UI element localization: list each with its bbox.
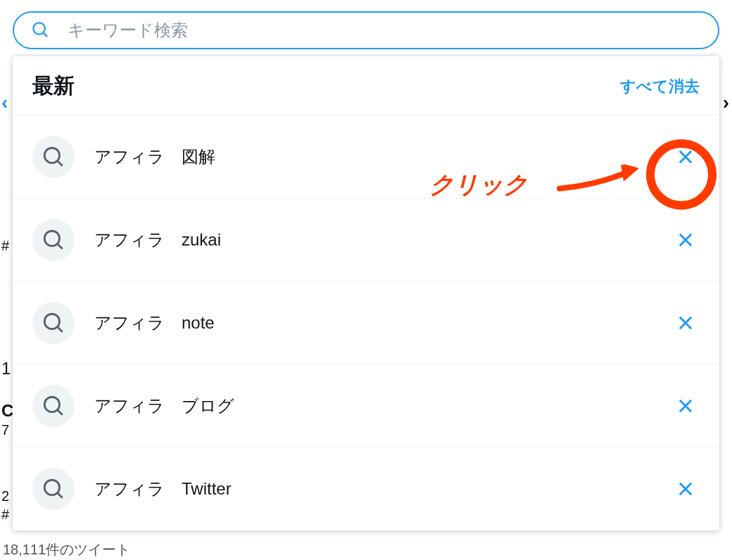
close-icon [676, 396, 695, 416]
history-item-label: アフィラ ブログ [94, 395, 671, 417]
search-bar[interactable] [13, 11, 719, 49]
svg-line-19 [58, 493, 63, 498]
svg-line-1 [44, 33, 48, 37]
bg-text-2: 2 [1, 488, 9, 504]
svg-point-6 [44, 231, 59, 246]
close-icon [676, 313, 695, 333]
history-item[interactable]: アフィラ ブログ [13, 364, 719, 447]
search-badge-icon [32, 219, 75, 261]
svg-point-2 [44, 148, 59, 163]
remove-history-button[interactable] [671, 392, 700, 420]
edge-glyph-right: › [723, 91, 729, 114]
close-icon [676, 230, 695, 250]
close-icon [676, 147, 695, 167]
bg-text-c: C [1, 401, 13, 421]
bg-text-hash: # [1, 238, 9, 254]
history-item[interactable]: アフィラ Twitter [13, 447, 719, 530]
history-item-label: アフィラ note [94, 312, 671, 334]
history-item-label: アフィラ Twitter [94, 478, 671, 500]
search-badge-icon [32, 136, 75, 178]
clear-all-button[interactable]: すべて消去 [620, 76, 700, 97]
history-item-label: アフィラ zukai [94, 229, 671, 251]
svg-line-3 [58, 160, 63, 165]
remove-history-button[interactable] [671, 143, 700, 171]
search-icon [31, 20, 49, 40]
bg-text-1: 1 [1, 359, 11, 378]
close-icon [676, 479, 695, 499]
search-badge-icon [32, 385, 75, 427]
history-item[interactable]: アフィラ zukai [13, 198, 719, 281]
history-item[interactable]: アフィラ 図解 [13, 115, 719, 198]
search-badge-icon [32, 302, 75, 344]
svg-line-11 [58, 326, 63, 331]
dropdown-header: 最新 すべて消去 [13, 56, 719, 115]
search-badge-icon [32, 468, 75, 510]
bg-text-hash2: # [1, 507, 9, 523]
search-dropdown: 最新 すべて消去 アフィラ 図解 アフィラ zukai アフィラ [13, 56, 719, 530]
svg-point-14 [44, 397, 59, 412]
bg-text-7: 7 [1, 422, 9, 438]
back-arrow-icon[interactable]: ‹ [1, 91, 8, 114]
recent-title: 最新 [32, 72, 75, 101]
remove-history-button[interactable] [671, 309, 700, 337]
history-item[interactable]: アフィラ note [13, 281, 719, 364]
svg-line-7 [58, 243, 63, 248]
remove-history-button[interactable] [671, 226, 700, 254]
remove-history-button[interactable] [671, 475, 700, 503]
search-input[interactable] [68, 20, 701, 40]
svg-point-10 [44, 314, 59, 329]
bg-text-bottom: 18,111件のツイート [3, 540, 130, 559]
svg-point-0 [33, 23, 45, 34]
history-item-label: アフィラ 図解 [94, 146, 671, 168]
history-list: アフィラ 図解 アフィラ zukai アフィラ note [13, 115, 719, 530]
svg-point-18 [44, 480, 59, 495]
svg-line-15 [58, 409, 63, 414]
